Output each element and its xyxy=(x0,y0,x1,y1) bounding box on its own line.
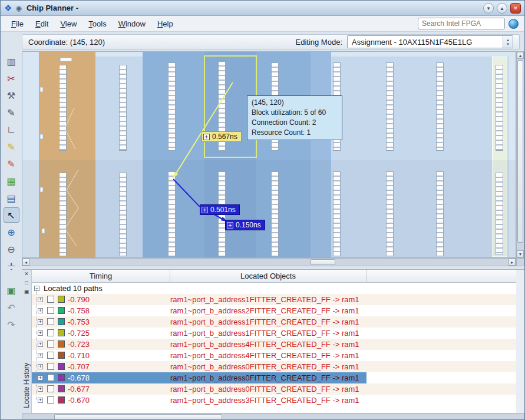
column-header-timing[interactable]: Timing xyxy=(32,270,170,283)
label-handle-icon[interactable]: + xyxy=(203,134,210,140)
globe-icon[interactable] xyxy=(509,19,519,29)
expand-icon[interactable]: + xyxy=(38,386,43,392)
path-checkbox[interactable] xyxy=(47,385,54,392)
panel-float-icon[interactable]: □ xyxy=(23,280,31,287)
zoom-in-button[interactable]: ⊕ xyxy=(4,224,19,240)
resource-report-button[interactable]: ▤ xyxy=(4,190,19,206)
menu-view[interactable]: View xyxy=(54,17,82,31)
editing-mode-combo[interactable]: Assignment - 10AX115N1F45E1LG ▴▾ xyxy=(347,35,513,48)
menu-tools[interactable]: Tools xyxy=(82,17,112,31)
expand-icon[interactable]: + xyxy=(38,364,43,369)
label-handle-icon[interactable]: + xyxy=(202,207,208,213)
locate-history-tab[interactable]: Locate History xyxy=(22,363,31,408)
panel-close-icon[interactable]: ✕ xyxy=(23,271,31,279)
path-timing: -0.753 xyxy=(68,318,90,326)
canvas-vscrollbar[interactable]: ▴ ▾ xyxy=(516,51,524,258)
path-object: ram1~port_b_address0FITTER_CREATED_FF ->… xyxy=(170,362,359,371)
panel-hscroll-thumb[interactable] xyxy=(54,414,222,420)
label-handle-icon[interactable]: + xyxy=(227,222,233,229)
path-checkbox[interactable] xyxy=(47,340,54,348)
tooltip-utilization: Block utilization: 5 of 60 xyxy=(252,108,338,118)
path-checkbox[interactable] xyxy=(47,296,54,303)
path-row-10[interactable]: +-0.670ram1~port_b_address3FITTER_CREATE… xyxy=(32,395,516,406)
io-block xyxy=(42,229,45,233)
path-row-3[interactable]: +-0.753ram1~port_b_address1FITTER_CREATE… xyxy=(32,316,516,328)
floorplan-canvas[interactable]: + 0.567ns + 0.501ns + 0.150ns (145, 120)… xyxy=(22,51,516,258)
expand-icon[interactable]: + xyxy=(38,342,43,347)
vscroll-thumb[interactable] xyxy=(517,60,523,243)
combo-spinner-icon[interactable]: ▴▾ xyxy=(503,36,513,48)
tree-root-row[interactable]: − Located 10 paths xyxy=(32,283,516,294)
path-row-9[interactable]: +-0.677ram1~port_b_address0FITTER_CREATE… xyxy=(32,383,516,395)
expand-icon[interactable]: + xyxy=(38,330,43,336)
panel-hscrollbar[interactable] xyxy=(22,413,524,420)
path-checkbox[interactable] xyxy=(47,374,54,381)
tooltip-connection-count: Connection Count: 2 xyxy=(252,118,338,128)
path-object: ram1~port_b_address0FITTER_CREATED_FF ->… xyxy=(170,385,359,393)
hscroll-thumb[interactable] xyxy=(311,259,335,265)
maximize-button[interactable]: ▴ xyxy=(497,3,507,14)
block-column xyxy=(59,65,67,151)
menu-items: FileEditViewToolsWindowHelp xyxy=(5,17,179,31)
screenshot-button[interactable]: ▣ xyxy=(4,283,19,298)
canvas-hscrollbar[interactable]: ◂ ▸ xyxy=(22,258,516,266)
minimize-button[interactable]: ▾ xyxy=(483,3,494,14)
menu-edit[interactable]: Edit xyxy=(29,17,54,31)
redo-locate-button[interactable]: ↷ xyxy=(4,317,19,332)
menu-window[interactable]: Window xyxy=(113,17,151,31)
expand-icon[interactable]: + xyxy=(38,319,43,325)
path-checkbox[interactable] xyxy=(47,307,54,314)
path-row-5[interactable]: +-0.723ram1~port_b_address4FITTER_CREATE… xyxy=(32,339,516,350)
path-checkbox[interactable] xyxy=(47,318,54,325)
layer-colors-button[interactable]: ▦ xyxy=(4,173,19,188)
path-checkbox[interactable] xyxy=(47,396,54,404)
wrench-tool-button[interactable]: ⚒ xyxy=(4,88,19,103)
delay-label[interactable]: + 0.567ns xyxy=(202,131,242,142)
path-row-1[interactable]: +-0.790ram1~port_b_address1FITTER_CREATE… xyxy=(32,294,516,305)
zoom-out-button[interactable]: ⊖ xyxy=(4,242,19,257)
search-input[interactable] xyxy=(418,18,505,29)
title-bar[interactable]: ❖ ◉ Chip Planner - ▾ ▴ ✕ xyxy=(1,1,524,16)
expand-icon[interactable]: + xyxy=(38,308,43,313)
close-button[interactable]: ✕ xyxy=(510,3,521,14)
path-row-6[interactable]: +-0.710ram1~port_b_address4FITTER_CREATE… xyxy=(32,350,516,361)
path-row-2[interactable]: +-0.758ram1~port_b_address2FITTER_CREATE… xyxy=(32,305,516,316)
undo-locate-button[interactable]: ↶ xyxy=(4,300,19,315)
path-checkbox[interactable] xyxy=(47,329,54,336)
expand-icon[interactable]: + xyxy=(38,375,43,381)
expand-icon[interactable]: + xyxy=(38,398,43,403)
delay-label[interactable]: + 0.501ns xyxy=(200,204,240,215)
menu-help[interactable]: Help xyxy=(151,17,179,31)
edit-connection-icon: ✎ xyxy=(7,107,15,118)
path-checkbox[interactable] xyxy=(47,352,54,359)
panel-pin-icon[interactable]: ▣ xyxy=(23,289,31,296)
edit-connection-button[interactable]: ✎ xyxy=(4,105,19,120)
expand-icon[interactable]: + xyxy=(38,353,43,358)
path-timing: -0.678 xyxy=(68,373,90,382)
path-object: ram1~port_b_address1FITTER_CREATED_FF ->… xyxy=(170,318,359,326)
selection-arrow-button[interactable]: ↖ xyxy=(4,207,19,223)
delay-label[interactable]: + 0.150ns xyxy=(225,220,265,230)
scroll-left-icon[interactable]: ◂ xyxy=(22,259,29,266)
window-badge-icon: ◉ xyxy=(15,4,21,12)
fabric-overview-button[interactable]: ▥ xyxy=(4,54,19,69)
editing-mode-label: Editing Mode: xyxy=(296,38,343,47)
menu-file[interactable]: File xyxy=(5,17,29,31)
highlight-red-button[interactable]: ✎ xyxy=(4,156,19,171)
path-timing: -0.710 xyxy=(68,351,90,360)
column-header-located-objects[interactable]: Located Objects xyxy=(170,270,366,283)
cut-region-button[interactable]: ✂ xyxy=(4,71,19,86)
delay-value: 0.567ns xyxy=(212,133,237,141)
scroll-up-icon[interactable]: ▴ xyxy=(517,52,524,59)
block-column xyxy=(119,65,127,151)
path-row-7[interactable]: +-0.707ram1~port_b_address0FITTER_CREATE… xyxy=(32,361,516,372)
scroll-down-icon[interactable]: ▾ xyxy=(517,250,524,257)
path-row-4[interactable]: +-0.725ram1~port_b_address1FITTER_CREATE… xyxy=(32,328,516,339)
path-row-8[interactable]: +-0.678ram1~port_b_address0FITTER_CREATE… xyxy=(32,372,516,383)
zoom-out-icon: ⊖ xyxy=(7,244,15,255)
highlight-yellow-button[interactable]: ✎ xyxy=(4,139,19,154)
ruler-tool-button[interactable]: ∟ xyxy=(4,122,19,137)
expand-icon[interactable]: + xyxy=(38,297,43,302)
path-checkbox[interactable] xyxy=(47,363,54,370)
scroll-right-icon[interactable]: ▸ xyxy=(509,259,516,266)
